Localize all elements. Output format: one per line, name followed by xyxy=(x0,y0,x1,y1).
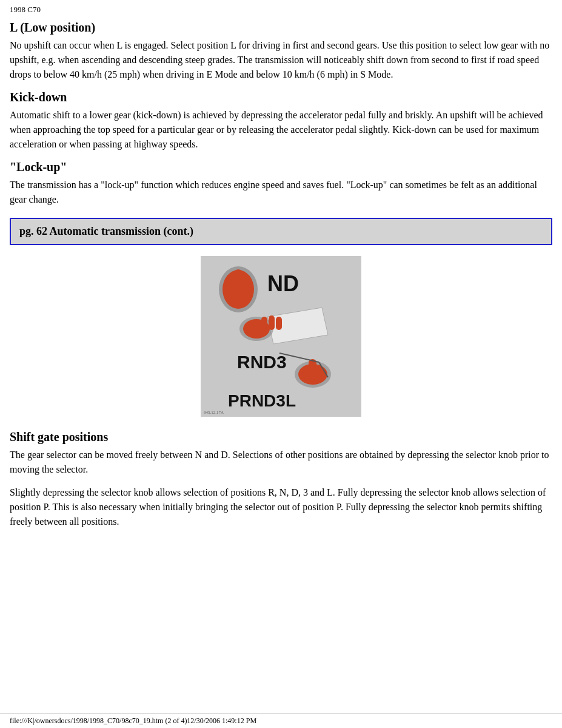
shift-gate-title: Shift gate positions xyxy=(10,430,552,444)
shift-gate-para-2: Slightly depressing the selector knob al… xyxy=(10,485,552,529)
svg-rect-8 xyxy=(261,317,267,330)
svg-text:PRND3L: PRND3L xyxy=(228,391,296,410)
section-kick-down: Kick-down Automatic shift to a lower gea… xyxy=(10,90,552,152)
section-shift-gate: Shift gate positions The gear selector c… xyxy=(10,430,552,529)
svg-rect-10 xyxy=(276,317,282,330)
gear-diagram: ND RND3 PRND3L 845.12. xyxy=(201,256,361,417)
lock-up-body: The transmission has a "lock-up" functio… xyxy=(10,178,552,207)
footer-bar: file:///K|/ownersdocs/1998/1998_C70/98c7… xyxy=(0,713,562,728)
svg-text:845.12.17A: 845.12.17A xyxy=(204,410,224,415)
kick-down-title: Kick-down xyxy=(10,90,552,104)
kick-down-body: Automatic shift to a lower gear (kick-do… xyxy=(10,108,552,152)
low-position-body: No upshift can occur when L is engaged. … xyxy=(10,38,552,82)
section-low-position: L (Low position) No upshift can occur wh… xyxy=(10,21,552,82)
shift-gate-para-1: The gear selector can be moved freely be… xyxy=(10,448,552,477)
lock-up-title: "Lock-up" xyxy=(10,160,552,174)
low-position-title: L (Low position) xyxy=(10,21,552,35)
diagram-container: ND RND3 PRND3L 845.12. xyxy=(10,256,552,417)
svg-text:RND3: RND3 xyxy=(237,352,287,372)
gear-diagram-svg: ND RND3 PRND3L 845.12. xyxy=(201,256,361,417)
svg-rect-9 xyxy=(269,315,275,330)
header-title: 1998 C70 xyxy=(10,5,552,15)
section-lock-up: "Lock-up" The transmission has a "lock-u… xyxy=(10,160,552,207)
svg-rect-3 xyxy=(234,269,243,286)
svg-text:ND: ND xyxy=(267,271,299,296)
page-banner: pg. 62 Automatic transmission (cont.) xyxy=(10,218,552,245)
footer-text: file:///K|/ownersdocs/1998/1998_C70/98c7… xyxy=(10,716,256,725)
